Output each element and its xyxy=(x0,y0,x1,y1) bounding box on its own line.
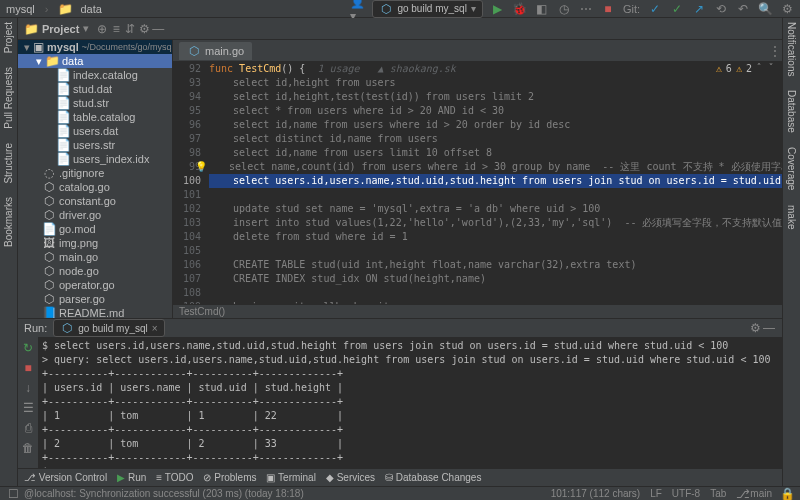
tree-file[interactable]: 📄users_index.idx xyxy=(18,152,172,166)
left-tab-bookmarks[interactable]: Bookmarks xyxy=(3,197,14,247)
left-tab-pull-requests[interactable]: Pull Requests xyxy=(3,67,14,129)
project-title[interactable]: Project xyxy=(42,23,79,35)
right-tab-coverage[interactable]: Coverage xyxy=(786,147,797,190)
editor-breadcrumb[interactable]: TestCmd() xyxy=(173,304,782,318)
expand-all-icon[interactable]: ≡ xyxy=(109,22,123,36)
breadcrumb-sub[interactable]: data xyxy=(80,3,101,15)
gear-icon[interactable]: ⚙ xyxy=(748,321,762,335)
collapse-all-icon[interactable]: ⇵ xyxy=(123,22,137,36)
right-tab-notifications[interactable]: Notifications xyxy=(786,22,797,76)
chevron-down-icon[interactable]: ▾ xyxy=(83,22,89,35)
attach-icon[interactable]: ⋯ xyxy=(579,2,593,16)
chevron-right-icon: › xyxy=(45,3,49,15)
close-icon[interactable]: × xyxy=(152,323,158,334)
toolwin-vcs[interactable]: ⎇ Version Control xyxy=(24,472,107,483)
indent[interactable]: Tab xyxy=(710,488,726,499)
tree-file[interactable]: 📄table.catalog xyxy=(18,110,172,124)
tree-file[interactable]: ⬡operator.go xyxy=(18,278,172,292)
git-push-icon[interactable]: ↗ xyxy=(692,2,706,16)
tree-file[interactable]: ◌.gitignore xyxy=(18,166,172,180)
usage-hint[interactable]: 1 usage xyxy=(317,63,359,74)
tree-file[interactable]: 🖼img.png xyxy=(18,236,172,250)
file-icon: 📄 xyxy=(56,110,70,124)
left-tab-structure[interactable]: Structure xyxy=(3,143,14,184)
down-icon[interactable]: ↓ xyxy=(21,381,35,395)
git-branch[interactable]: main xyxy=(750,488,772,499)
settings-icon[interactable]: ⚙ xyxy=(780,2,794,16)
stop-icon[interactable]: ■ xyxy=(601,2,615,16)
branch-icon[interactable]: ⎇ xyxy=(736,487,750,501)
tree-file[interactable]: 📄stud.dat xyxy=(18,82,172,96)
tree-file-label: .gitignore xyxy=(59,167,104,179)
lock-icon[interactable]: 🔒 xyxy=(780,487,794,501)
hide-icon[interactable]: — xyxy=(762,321,776,335)
tree-file[interactable]: 📄users.str xyxy=(18,138,172,152)
toolwin-services[interactable]: ◆ Services xyxy=(326,472,375,483)
author-hint[interactable]: shaokang.sk xyxy=(390,63,456,74)
hide-icon[interactable]: — xyxy=(151,22,165,36)
more-icon[interactable]: ⋮ xyxy=(768,44,782,58)
tree-file-label: users.dat xyxy=(73,125,118,137)
tree-root[interactable]: ▾ ▣ mysql ~/Documents/go/mysql xyxy=(18,40,172,54)
caret-position[interactable]: 101:117 (112 chars) xyxy=(551,488,641,499)
code-line: select name,count(id) from users where i… xyxy=(205,160,782,174)
tree-file[interactable]: ⬡main.go xyxy=(18,250,172,264)
debug-icon[interactable]: 🐞 xyxy=(513,2,527,16)
select-opened-icon[interactable]: ⊕ xyxy=(95,22,109,36)
expand-icon[interactable]: ▾ xyxy=(36,55,42,68)
run-icon[interactable]: ▶ xyxy=(491,2,505,16)
editor-tabs: ⬡ main.go ⋮ xyxy=(173,40,782,62)
tree-folder-data[interactable]: ▾ 📁 data xyxy=(18,54,172,68)
bulb-icon[interactable]: 💡 xyxy=(195,160,205,174)
git-update-icon[interactable]: ✓ xyxy=(648,2,662,16)
toolwin-dbchanges[interactable]: ⛁ Database Changes xyxy=(385,472,481,483)
crumb-func[interactable]: TestCmd() xyxy=(179,306,225,317)
tree-file[interactable]: ⬡parser.go xyxy=(18,292,172,306)
git-rollback-icon[interactable]: ↶ xyxy=(736,2,750,16)
line-sep[interactable]: LF xyxy=(650,488,662,499)
left-tab-project[interactable]: Project xyxy=(3,22,14,53)
git-commit-icon[interactable]: ✓ xyxy=(670,2,684,16)
project-tree[interactable]: ▾ ▣ mysql ~/Documents/go/mysql ▾ 📁 data … xyxy=(18,40,173,318)
print-icon[interactable]: ⎙ xyxy=(21,421,35,435)
search-icon[interactable]: 🔍 xyxy=(758,2,772,16)
inspection-widget[interactable]: ⚠6 ⚠2 ˆ ˇ xyxy=(716,62,774,76)
run-config-selector[interactable]: ⬡ go build my_sql ▾ xyxy=(372,0,482,18)
code-area[interactable]: 92func TestCmd() { 1 usage ▲ shaokang.sk… xyxy=(173,62,782,304)
profile-icon[interactable]: ◷ xyxy=(557,2,571,16)
tab-main-go[interactable]: ⬡ main.go xyxy=(179,42,252,60)
tree-file-label: stud.dat xyxy=(73,83,112,95)
tree-file-label: stud.str xyxy=(73,97,109,109)
expand-icon[interactable]: ▾ xyxy=(24,41,30,54)
background-tasks-icon[interactable]: ☐ xyxy=(6,487,20,501)
tree-file[interactable]: ⬡node.go xyxy=(18,264,172,278)
toolwin-problems[interactable]: ⊘ Problems xyxy=(203,472,256,483)
tree-file[interactable]: 📘README.md xyxy=(18,306,172,318)
right-tab-database[interactable]: Database xyxy=(786,90,797,133)
run-tab[interactable]: ⬡ go build my_sql × xyxy=(53,319,164,337)
rerun-icon[interactable]: ↻ xyxy=(21,341,35,355)
file-icon: ⬡ xyxy=(42,250,56,264)
file-icon: ⬡ xyxy=(42,180,56,194)
stop-icon[interactable]: ■ xyxy=(21,361,35,375)
layout-icon[interactable]: ☰ xyxy=(21,401,35,415)
toolwin-run[interactable]: ▶ Run xyxy=(117,472,146,483)
breadcrumb-root[interactable]: mysql xyxy=(6,3,35,15)
tree-file[interactable]: ⬡catalog.go xyxy=(18,180,172,194)
tree-file[interactable]: 📄index.catalog xyxy=(18,68,172,82)
user-dropdown-icon[interactable]: 👤▾ xyxy=(350,2,364,16)
coverage-icon[interactable]: ◧ xyxy=(535,2,549,16)
right-tab-make[interactable]: make xyxy=(786,205,797,229)
file-encoding[interactable]: UTF-8 xyxy=(672,488,700,499)
delete-icon[interactable]: 🗑 xyxy=(21,441,35,455)
git-history-icon[interactable]: ⟲ xyxy=(714,2,728,16)
toolwin-todo[interactable]: ≡ TODO xyxy=(156,472,193,483)
tree-file[interactable]: 📄users.dat xyxy=(18,124,172,138)
tree-file[interactable]: 📄stud.str xyxy=(18,96,172,110)
console-output[interactable]: $ select users.id,users.name,stud.uid,st… xyxy=(38,337,782,481)
toolwin-terminal[interactable]: ▣ Terminal xyxy=(266,472,315,483)
tree-file[interactable]: 📄go.mod xyxy=(18,222,172,236)
gear-icon[interactable]: ⚙ xyxy=(137,22,151,36)
tree-file[interactable]: ⬡driver.go xyxy=(18,208,172,222)
tree-file[interactable]: ⬡constant.go xyxy=(18,194,172,208)
